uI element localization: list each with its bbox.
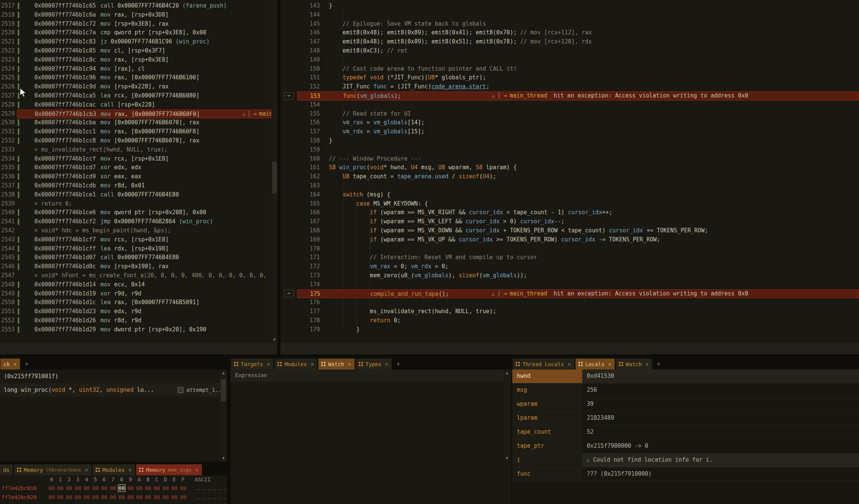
disasm-row[interactable]: 25490x00007ff7746b1d19xorr9d, r9d [0, 289, 271, 298]
source-row[interactable]: 150 // Cast code arena to function point… [281, 65, 859, 74]
source-row[interactable]: 179 } [281, 325, 859, 334]
disasm-row[interactable]: 25260x00007ff7746b1c9dmov[rsp+0x228], ra… [0, 82, 271, 91]
source-row[interactable]: 161S8 win_proc(void* hwnd, U4 msg, U8 wp… [281, 163, 859, 172]
source-row[interactable]: 178 return 0; [281, 316, 859, 325]
memory-byte[interactable]: 00 [66, 493, 72, 502]
tab-close-icon[interactable]: × [14, 361, 17, 367]
disasm-row[interactable]: 25530x00007ff7746b1d29movdword ptr [rsp+… [0, 325, 271, 334]
watch-panel[interactable]: Expression [231, 369, 511, 504]
memory-byte[interactable]: 00 [136, 484, 143, 493]
source-row[interactable]: →153 func(vm_globals);⚠[→main_threadhit … [281, 91, 859, 100]
memory-byte[interactable]: 00 [75, 493, 81, 502]
tab-watch[interactable]: Watch× [318, 359, 355, 369]
tab-close-icon[interactable]: × [129, 467, 132, 473]
disasm-row[interactable]: 25350x00007ff7746b1cd7xoredx, edx [0, 163, 271, 172]
locals-row[interactable]: func??? (0x215f7910000)void (*)(unsigned [512, 467, 859, 481]
source-row[interactable]: 149 [281, 56, 859, 65]
tab-close-icon[interactable]: × [385, 361, 388, 367]
tab-targets[interactable]: Targets× [231, 359, 273, 369]
new-tab-button[interactable]: + [21, 359, 32, 369]
tab-close-icon[interactable]: × [645, 361, 648, 367]
source-row[interactable]: 160// --- Window Procedure --- [281, 155, 859, 164]
source-row[interactable]: 158} [281, 136, 859, 145]
memory-byte[interactable]: 00 [171, 493, 178, 502]
memory-byte[interactable]: 00 [92, 484, 99, 493]
disasm-row[interactable]: 25380x00007ff7746b1ce1call0x00007FF7746B… [0, 190, 271, 199]
disasm-row[interactable]: 25400x00007ff7746b1ce6movqword ptr [rsp+… [0, 208, 271, 217]
source-row[interactable]: 163 [281, 181, 859, 190]
callstack-frame[interactable]: (0x215ff791001f) [0, 369, 227, 383]
source-row[interactable]: 166 if (wparam == MS_VK_RIGHT && cursor_… [281, 208, 859, 217]
source-row[interactable]: 165 case MS_WM_KEYDOWN: { [281, 199, 859, 209]
disasm-row[interactable]: 25360x00007ff7746b1cd9xoreax, eax [0, 172, 271, 181]
tab-ck[interactable]: ck× [0, 359, 20, 369]
new-tab-button[interactable]: + [393, 359, 404, 369]
disasm-row[interactable]: 25250x00007ff7746b1c96movrax, [0x00007FF… [0, 73, 271, 82]
source-row[interactable]: 169 if (wparam == MS_VK_UP && cursor_idx… [281, 235, 859, 244]
disasm-row[interactable]: 25500x00007ff7746b1d1clearax, [0x00007FF… [0, 298, 271, 307]
watch-scrollbar[interactable]: ▲ ▼ [504, 369, 510, 462]
memory-byte[interactable]: 00 [57, 493, 64, 502]
source-row[interactable]: 157 vm_rdx = vm_globals[15]; [281, 127, 859, 136]
disasm-row[interactable]: 25340x00007ff7746b1ccfmovrcx, [rsp+0x1E8… [0, 155, 271, 164]
memory-byte[interactable]: 00 [154, 493, 160, 502]
source-row[interactable]: 143} [281, 2, 859, 11]
source-row[interactable]: 148 emit8(0xC3); // ret [281, 46, 859, 56]
callstack-panel[interactable]: (0x215ff791001f)long win_proc(void *, ui… [0, 369, 227, 462]
locals-row[interactable]: msg256 [512, 383, 859, 397]
scroll-down-icon[interactable]: ▼ [271, 337, 278, 342]
source-row[interactable]: 151 typedef void (*JIT_Func)(U8* globals… [281, 73, 859, 82]
disasm-row[interactable]: 25300x00007ff7746b1cbamov[0x00007FF7746B… [0, 118, 271, 127]
source-row[interactable]: 176 [281, 298, 859, 307]
disassembly-panel[interactable]: 25170x00007ff7746b1c65call0x00007FF7746B… [0, 0, 271, 343]
disasm-row[interactable]: 2547> void* hFont = ms_create_font_a(20,… [0, 271, 271, 280]
tab-memory[interactable]: Memorymem_sign× [136, 464, 202, 475]
disasm-row[interactable]: 25480x00007ff7746b1d14movecx, 0x14 [0, 280, 271, 289]
memory-byte[interactable]: 00 [119, 493, 125, 502]
source-row[interactable]: →175 compile_and_run_tape();⚠[→main_thre… [281, 289, 859, 298]
tab-thread-locals[interactable]: Thread Locals× [513, 359, 574, 369]
tab-ds[interactable]: ds [0, 464, 13, 475]
memory-byte[interactable]: 00 [110, 493, 116, 502]
disasm-row[interactable]: 25230x00007ff7746b1c8cmovrax, [rsp+0x3E8… [0, 56, 271, 65]
tab-close-icon[interactable]: × [267, 361, 270, 367]
memory-byte[interactable]: 00 [48, 493, 55, 502]
source-row[interactable]: 164 switch (msg) { [281, 190, 859, 199]
tab-close-icon[interactable]: × [348, 361, 351, 367]
disasm-row[interactable]: 25240x00007ff7746b1c94mov[rax], cl [0, 65, 271, 74]
memory-byte[interactable]: 00 [101, 484, 107, 493]
disasm-row[interactable]: 2533> ms_invalidate_rect(hwnd, NULL, tru… [0, 145, 271, 155]
source-row[interactable]: 145 // Epilogue: Save VM state back to g… [281, 20, 859, 29]
source-row[interactable]: 159 [281, 145, 859, 155]
source-row[interactable]: 167 if (wparam == MS_VK_LEFT && cursor_i… [281, 217, 859, 226]
memory-row[interactable]: ff7e42bc82000000000000000000000000000000… [0, 493, 227, 502]
scroll-down-icon[interactable]: ▼ [220, 456, 227, 461]
disasm-row[interactable]: 25370x00007ff7746b1cdbmovr8d, 0x01 [0, 181, 271, 190]
memory-byte[interactable]: 00 [180, 484, 186, 493]
locals-row[interactable]: i⚠Could not find location info for i. [512, 453, 859, 467]
disasm-row[interactable]: 25220x00007ff7746b1c85movcl, [rsp+0x3F7] [0, 46, 271, 56]
disasm-row[interactable]: 25170x00007ff7746b1c65call0x00007FF7746B… [0, 2, 271, 11]
source-row[interactable]: 156 vm_rax = vm_globals[14]; [281, 118, 859, 127]
source-row[interactable]: 170 [281, 244, 859, 254]
tab-modules[interactable]: Modules× [274, 359, 317, 369]
source-row[interactable]: 152 JIT_Func func = (JIT_Func)code_arena… [281, 82, 859, 91]
locals-row[interactable]: lparam21823489 [512, 411, 859, 425]
memory-byte[interactable]: 00 [136, 493, 143, 502]
memory-byte[interactable]: 00 [154, 484, 160, 493]
disasm-row[interactable]: 25510x00007ff7746b1d23movedx, r9d [0, 307, 271, 316]
tab-watch[interactable]: Watch× [616, 359, 652, 369]
tab-close-icon[interactable]: × [608, 361, 611, 367]
memory-byte[interactable]: 00 [163, 493, 169, 502]
memory-byte[interactable]: 00 [48, 484, 55, 493]
locals-row[interactable]: wparam39unsigned [512, 397, 859, 411]
scrollbar-thumb[interactable] [221, 379, 226, 401]
memory-byte[interactable]: 00 [127, 484, 134, 493]
memory-byte[interactable]: 00 [101, 493, 107, 502]
memory-byte[interactable]: 00 [84, 484, 90, 493]
tab-close-icon[interactable]: × [568, 361, 571, 367]
source-row[interactable]: 168 if (wparam == MS_VK_DOWN && cursor_i… [281, 226, 859, 235]
disasm-row[interactable]: 25290x00007ff7746b1cb3movrax, [0x00007FF… [0, 110, 271, 119]
source-row[interactable]: 154 [281, 100, 859, 110]
source-row[interactable]: 147 emit8(0x48); emit8(0x89); emit8(0x51… [281, 37, 859, 46]
